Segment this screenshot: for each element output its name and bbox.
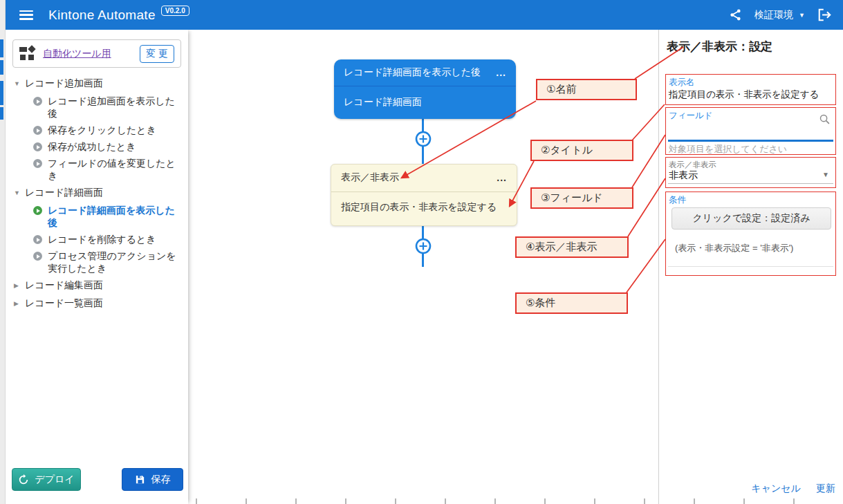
play-circle-icon xyxy=(33,97,42,106)
annotation-field: ③フィールド xyxy=(530,187,633,209)
sync-icon xyxy=(18,474,29,485)
annotation-visibility: ④表示／非表示 xyxy=(515,236,629,258)
triangle-down-icon[interactable]: ▼ xyxy=(14,189,21,196)
chevron-down-icon: ▼ xyxy=(799,12,805,19)
visibility-value: 非表示 xyxy=(669,169,698,182)
ellipsis-menu-icon[interactable]: ... xyxy=(497,175,507,180)
annotation-label: ⑤条件 xyxy=(526,297,555,310)
environment-label: 検証環境 xyxy=(754,9,793,21)
play-circle-icon xyxy=(33,235,42,244)
tree-item-label: 保存が成功したとき xyxy=(48,140,184,153)
trigger-card-subtitle: レコード詳細画面 xyxy=(344,96,422,109)
tree-item-label: レコード追加画面を表示した後 xyxy=(48,95,184,120)
app-header: Kintone Automate V0.2.0 検証環境 ▼ xyxy=(6,0,843,30)
annotation-label: ④表示／非表示 xyxy=(526,241,597,254)
field-select-label: フィールド xyxy=(669,110,713,122)
tree-item-label: プロセス管理のアクションを実行したとき xyxy=(48,250,184,274)
app-window: Kintone Automate V0.2.0 検証環境 ▼ 自動化ツール用 変… xyxy=(0,0,843,504)
deploy-button-label: デプロイ xyxy=(35,474,74,486)
ellipsis-menu-icon[interactable]: ... xyxy=(496,70,506,75)
add-node-button[interactable] xyxy=(415,131,432,147)
update-link[interactable]: 更新 xyxy=(816,483,835,495)
field-input-underline[interactable] xyxy=(668,140,833,142)
deploy-button[interactable]: デプロイ xyxy=(12,468,81,491)
action-card[interactable]: 表示／非表示 ... 指定項目の表示・非表示を設定する xyxy=(331,164,517,226)
event-tree: ▼ レコード追加画面 レコード追加画面を表示した後 保存をクリックしたとき 保存… xyxy=(6,75,188,312)
add-node-button[interactable] xyxy=(415,238,432,254)
edge-dash xyxy=(0,39,3,57)
app-title: Kintone Automate xyxy=(48,8,156,23)
tree-item-record-delete[interactable]: レコードを削除するとき xyxy=(6,231,188,248)
field-select-field: フィールド 対象項目を選択してください xyxy=(665,107,836,155)
annotation-label: ①名前 xyxy=(546,83,576,96)
tree-group-record-detail[interactable]: ▼ レコード詳細画面 xyxy=(6,184,188,202)
edge-dash xyxy=(0,81,3,105)
tree-item-save-clicked[interactable]: 保存をクリックしたとき xyxy=(6,122,188,138)
search-icon[interactable] xyxy=(819,113,831,128)
sidebar: 自動化ツール用 変 更 ▼ レコード追加画面 レコード追加画面を表示した後 保存… xyxy=(6,30,188,504)
bottom-ruler-ticks xyxy=(196,498,843,504)
condition-setting-button[interactable]: クリックで設定：設定済み xyxy=(671,207,831,230)
field-helper-text: 対象項目を選択してください xyxy=(669,143,787,156)
annotation-label: ③フィールド xyxy=(541,192,603,205)
tree-group-record-list[interactable]: ▶ レコード一覧画面 xyxy=(6,295,188,312)
edge-dash xyxy=(0,60,3,75)
change-app-button[interactable]: 変 更 xyxy=(140,45,174,63)
play-circle-icon xyxy=(33,126,42,135)
trigger-card[interactable]: レコード詳細画面を表示した後 ... レコード詳細画面 xyxy=(334,59,516,119)
panel-title: 表示／非表示：設定 xyxy=(667,39,772,55)
play-circle-icon xyxy=(33,142,42,151)
triangle-right-icon[interactable]: ▶ xyxy=(14,300,21,307)
cancel-link[interactable]: キャンセル xyxy=(751,483,801,495)
trigger-card-title: レコード詳細画面を表示した後 xyxy=(344,66,481,79)
environment-selector[interactable]: 検証環境 ▼ xyxy=(754,9,805,21)
condition-section: 条件 クリックで設定：設定済み (表示・非表示設定 = '非表示') xyxy=(665,192,836,276)
triangle-down-icon[interactable]: ▼ xyxy=(14,80,21,87)
action-card-title: 表示／非表示 xyxy=(341,171,399,184)
version-badge: V0.2.0 xyxy=(161,6,189,16)
tree-group-record-edit[interactable]: ▶ レコード編集画面 xyxy=(6,277,188,295)
condition-summary: (表示・非表示設定 = '非表示') xyxy=(675,242,793,254)
logout-icon[interactable] xyxy=(817,8,832,21)
display-name-field: 表示名 指定項目の表示・非表示を設定する xyxy=(665,74,836,105)
tree-item-label: レコードを削除するとき xyxy=(48,233,184,245)
window-edge-strip xyxy=(0,0,6,504)
edge-dash xyxy=(0,107,3,120)
tree-group-record-add[interactable]: ▼ レコード追加画面 xyxy=(6,75,188,93)
save-button[interactable]: 保存 xyxy=(122,468,183,491)
tree-item-save-success[interactable]: 保存が成功したとき xyxy=(6,138,188,155)
tree-item-label: フィールドの値を変更したとき xyxy=(48,157,184,182)
annotation-name: ①名前 xyxy=(536,79,637,100)
play-circle-icon xyxy=(33,159,42,168)
tree-item-process-action[interactable]: プロセス管理のアクションを実行したとき xyxy=(6,248,188,277)
floppy-icon xyxy=(135,474,145,485)
display-name-label: 表示名 xyxy=(669,77,695,88)
tree-item-field-changed[interactable]: フィールドの値を変更したとき xyxy=(6,155,188,184)
annotation-label: ②タイトル xyxy=(541,144,593,157)
tree-item-label: レコード詳細画面を表示した後 xyxy=(48,204,184,229)
divider xyxy=(668,266,833,267)
hamburger-menu-icon[interactable] xyxy=(19,10,33,20)
play-circle-icon xyxy=(33,252,42,261)
tree-item-label: 保存をクリックしたとき xyxy=(48,124,184,136)
annotation-title: ②タイトル xyxy=(530,140,633,161)
visibility-select[interactable]: 表示／非表示 非表示 ▼ xyxy=(665,157,836,188)
save-button-label: 保存 xyxy=(151,474,171,486)
share-icon[interactable] xyxy=(729,8,742,21)
tree-group-label: レコード追加画面 xyxy=(25,77,103,90)
caret-down-icon[interactable]: ▼ xyxy=(822,171,829,178)
tree-group-label: レコード一覧画面 xyxy=(25,297,103,310)
play-circle-icon xyxy=(33,206,42,215)
tree-group-label: レコード詳細画面 xyxy=(25,187,103,199)
action-card-subtitle: 指定項目の表示・非表示を設定する xyxy=(341,201,497,214)
display-name-value[interactable]: 指定項目の表示・非表示を設定する xyxy=(669,88,819,101)
visibility-label: 表示／非表示 xyxy=(669,160,716,170)
tree-item-detail-shown-selected[interactable]: レコード詳細画面を表示した後 xyxy=(6,202,188,231)
annotation-condition: ⑤条件 xyxy=(515,292,628,314)
triangle-right-icon[interactable]: ▶ xyxy=(14,282,21,289)
app-grid-icon xyxy=(19,46,36,62)
app-name-link[interactable]: 自動化ツール用 xyxy=(43,48,111,60)
app-selector-box: 自動化ツール用 変 更 xyxy=(12,39,181,68)
tree-group-label: レコード編集画面 xyxy=(25,279,103,292)
tree-item-add-shown[interactable]: レコード追加画面を表示した後 xyxy=(6,93,188,122)
